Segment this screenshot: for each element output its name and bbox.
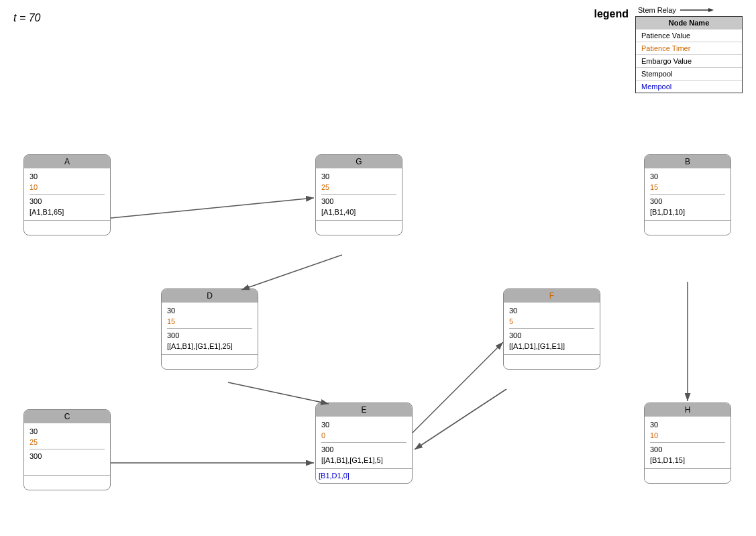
node-e-mempool-section: [B1,D1,0] xyxy=(316,468,412,483)
node-f-embargo: 300 xyxy=(509,330,594,341)
node-e-stempool: [[A1,B1],[G1,E1],5] xyxy=(321,455,407,466)
legend-patience-value: Patience Value xyxy=(636,30,742,42)
node-b-stempool: [B1,D1,10] xyxy=(650,207,725,217)
node-h-patience-value: 30 xyxy=(650,419,725,430)
node-c-patience-timer: 25 xyxy=(30,437,105,447)
node-e-patience-timer: 0 xyxy=(321,430,407,441)
node-d-header: D xyxy=(162,289,258,303)
legend-patience-timer: Patience Timer xyxy=(636,42,742,55)
node-b-embargo: 300 xyxy=(650,196,725,207)
node-g-patience-value: 30 xyxy=(321,171,396,182)
node-c-mempool xyxy=(24,475,110,490)
node-g-header: G xyxy=(316,155,402,168)
node-b-patience-timer: 15 xyxy=(650,182,725,193)
node-a-header: A xyxy=(24,155,110,168)
legend-title: legend xyxy=(594,8,629,20)
legend-header: Node Name xyxy=(636,17,742,30)
node-c-stempool xyxy=(30,462,105,472)
arrow-g-to-d xyxy=(241,255,342,290)
node-f-patience-value: 30 xyxy=(509,305,594,316)
node-g: G 30 25 300 [A1,B1,40] xyxy=(315,154,402,235)
node-d-stempool: [[A1,B1],[G1,E1],25] xyxy=(167,341,252,352)
arrow-d-to-e xyxy=(228,382,329,404)
svg-marker-1 xyxy=(708,8,714,12)
node-a: A 30 10 300 [A1,B1,65] xyxy=(23,154,111,235)
node-g-patience-timer: 25 xyxy=(321,182,396,193)
node-d: D 30 15 300 [[A1,B1],[G1,E1],25] xyxy=(161,288,258,370)
node-b-header: B xyxy=(645,155,731,168)
arrow-a-to-g xyxy=(111,198,314,218)
node-e-mempool: [B1,D1,0] xyxy=(319,470,409,481)
node-c-patience-value: 30 xyxy=(30,426,105,437)
arrow-e-to-f xyxy=(413,342,503,433)
node-a-mempool xyxy=(24,220,110,235)
node-f-stempool: [[A1,D1],[G1,E1]] xyxy=(509,341,594,352)
node-a-embargo: 300 xyxy=(30,196,105,207)
node-f-mempool xyxy=(504,354,600,369)
node-f-patience-timer: 5 xyxy=(509,316,594,327)
time-label: t = 70 xyxy=(13,12,40,24)
node-e-header: E xyxy=(316,403,412,417)
node-h-embargo: 300 xyxy=(650,444,725,455)
node-h: H 30 10 300 [B1,D1,15] xyxy=(644,403,731,484)
node-h-stempool: [B1,D1,15] xyxy=(650,455,725,466)
legend-box: Node Name Patience Value Patience Timer … xyxy=(635,16,743,93)
node-c: C 30 25 300 xyxy=(23,409,111,490)
node-h-patience-timer: 10 xyxy=(650,430,725,441)
node-e-patience-value: 30 xyxy=(321,419,407,430)
node-b-patience-value: 30 xyxy=(650,171,725,182)
arrow-f-to-e xyxy=(415,389,506,449)
node-a-patience-value: 30 xyxy=(30,171,105,182)
node-b-mempool xyxy=(645,220,731,235)
node-a-stempool: [A1,B1,65] xyxy=(30,207,105,217)
node-d-patience-timer: 15 xyxy=(167,316,252,327)
node-d-embargo: 300 xyxy=(167,330,252,341)
stem-relay-label: Stem Relay xyxy=(638,6,676,14)
node-c-embargo: 300 xyxy=(30,451,105,462)
node-d-mempool xyxy=(162,354,258,369)
legend-mempool: Mempool xyxy=(636,81,742,93)
node-f-header: F xyxy=(504,289,600,303)
node-h-header: H xyxy=(645,403,731,417)
legend-embargo-value: Embargo Value xyxy=(636,55,742,68)
node-d-patience-value: 30 xyxy=(167,305,252,316)
node-g-embargo: 300 xyxy=(321,196,396,207)
node-g-mempool xyxy=(316,220,402,235)
node-e: E 30 0 300 [[A1,B1],[G1,E1],5] [B1,D1,0] xyxy=(315,403,413,484)
node-h-mempool xyxy=(645,468,731,483)
node-e-embargo: 300 xyxy=(321,444,407,455)
node-a-patience-timer: 10 xyxy=(30,182,105,193)
legend-stempool: Stempool xyxy=(636,68,742,81)
node-g-stempool: [A1,B1,40] xyxy=(321,207,396,217)
legend-container: legend Stem Relay Node Name Patience Val… xyxy=(594,5,743,93)
node-b: B 30 15 300 [B1,D1,10] xyxy=(644,154,731,235)
node-c-header: C xyxy=(24,410,110,423)
node-f: F 30 5 300 [[A1,D1],[G1,E1]] xyxy=(503,288,600,370)
